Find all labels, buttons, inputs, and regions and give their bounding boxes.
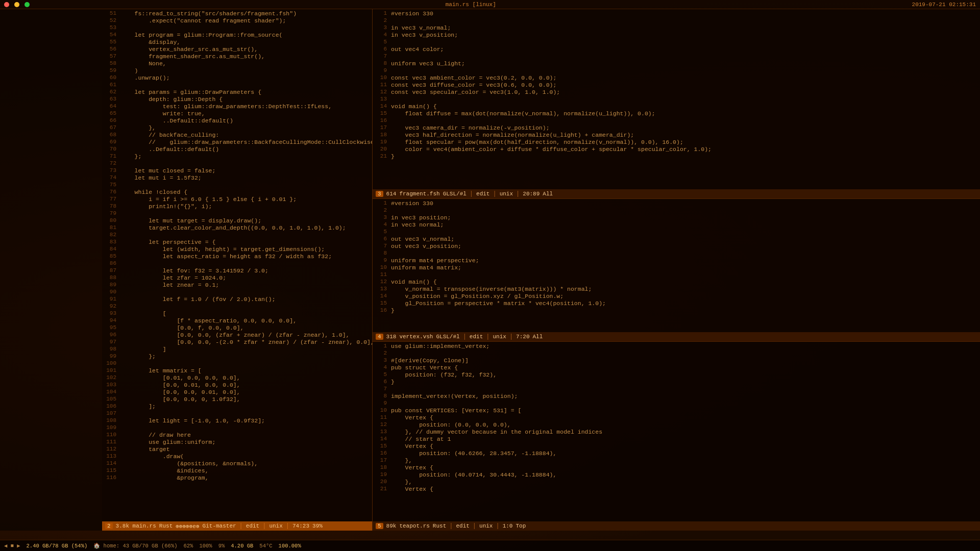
line-number: 2 [375, 17, 391, 23]
code-line: 55 &display, [102, 39, 372, 46]
line-number: 1 [375, 200, 391, 206]
line-content: [0.0, f, 0.0, 0.0], [120, 324, 244, 331]
fragment-fsh-code[interactable]: 1#version 33023in vec3 v_normal;4in vec3… [373, 9, 980, 189]
line-content: let mut closed = false; [120, 167, 215, 174]
minimize-dot[interactable] [14, 2, 19, 7]
right-pane: 1#version 33023in vec3 v_normal;4in vec3… [373, 9, 980, 531]
line-number: 55 [104, 39, 120, 45]
line-content: in vec3 v_position; [391, 32, 458, 38]
memory-other: 4.20 GB [231, 543, 253, 549]
media-controls[interactable]: ◀ ■ ▶ [4, 542, 20, 549]
line-number: 86 [104, 260, 120, 266]
rt-format: unix [500, 191, 513, 197]
code-line: 9uniform mat4 perspective; [373, 257, 980, 264]
line-content: uniform mat4 perspective; [391, 257, 479, 264]
line-content: // draw here [120, 432, 191, 438]
code-line: 4pub struct Vertex { [373, 364, 980, 371]
code-line: 89 let znear = 0.1; [102, 282, 372, 289]
line-number: 6 [375, 46, 391, 52]
teapot-rs-code[interactable]: 1use glium::implement_vertex;23#[derive(… [373, 342, 980, 522]
code-line: 6} [373, 379, 980, 386]
line-number: 10 [375, 74, 391, 81]
line-number: 112 [104, 446, 120, 452]
right-mid-vertex: 1#version 33023in vec3 position;4in vec3… [373, 199, 980, 342]
line-number: 82 [104, 232, 120, 238]
line-content: } [391, 153, 395, 160]
main-rs-code[interactable]: 51 fs::read_to_string("src/shaders/fragm… [102, 9, 372, 521]
code-line: 9 [373, 400, 980, 407]
rm-filename: vertex.vsh [399, 334, 433, 340]
line-number: 8 [375, 250, 391, 256]
vertex-vsh-code[interactable]: 1#version 33023in vec3 position;4in vec3… [373, 199, 980, 332]
code-line: 94 [f * aspect_ratio, 0.0, 0.0, 0.0], [102, 317, 372, 324]
line-number: 109 [104, 424, 120, 431]
line-number: 9 [375, 400, 391, 406]
line-number: 101 [104, 367, 120, 373]
code-line: 85 let aspect_ratio = height as f32 / wi… [102, 253, 372, 260]
code-line: 76 while !closed { [102, 189, 372, 196]
line-number: 95 [104, 324, 120, 331]
line-number: 106 [104, 403, 120, 409]
code-line: 92 [102, 303, 372, 310]
window-title: main.rs [linux] [446, 2, 496, 8]
code-line: 8uniform vec3 u_light; [373, 60, 980, 67]
line-content: uniform mat4 matrix; [391, 264, 461, 271]
line-number: 94 [104, 317, 120, 323]
code-line: 58 None, [102, 60, 372, 67]
line-number: 16 [375, 117, 391, 123]
close-dot[interactable] [4, 2, 9, 7]
line-number: 96 [104, 332, 120, 338]
code-line: 91 let f = 1.0 / (fov / 2.0).tan(); [102, 296, 372, 303]
line-content: depth: glium::Depth { [120, 96, 223, 103]
line-number: 69 [104, 139, 120, 145]
line-number: 2 [375, 207, 391, 213]
line-content: vec3 camera_dir = normalize(-v_position)… [391, 124, 550, 131]
code-line: 7out vec3 v_position; [373, 243, 980, 250]
maximize-dot[interactable] [24, 2, 30, 7]
line-content: let perspective = { [120, 239, 215, 245]
line-number: 65 [104, 110, 120, 116]
code-line: 11const vec3 diffuse_color = vec3(0.6, 0… [373, 82, 980, 89]
line-content: ] [120, 346, 166, 353]
line-number: 12 [375, 89, 391, 95]
code-line: 54 let program = glium::Program::from_so… [102, 32, 372, 39]
line-content: in vec3 v_normal; [391, 24, 451, 31]
code-line: 12 position: (0.0, 0.0, 0.0), [373, 421, 980, 429]
window-controls[interactable] [4, 2, 30, 7]
rt-mode: edit [476, 191, 489, 197]
line-number: 2 [375, 350, 391, 356]
line-content: }, // dummy vector because in the origin… [391, 429, 602, 435]
line-content: .expect("cannot read fragment shader"); [120, 17, 286, 24]
line-content: target [120, 446, 170, 453]
line-number: 66 [104, 117, 120, 123]
code-line: 111 use glium::uniform; [102, 439, 372, 446]
line-content: use glium::implement_vertex; [391, 343, 489, 349]
line-number: 57 [104, 53, 120, 59]
line-content: out vec4 color; [391, 46, 444, 53]
line-number: 114 [104, 460, 120, 466]
line-content: }; [120, 153, 141, 160]
code-line: 2 [373, 17, 980, 24]
code-line: 15 Vertex { [373, 443, 980, 450]
code-line: 60 .unwrap(); [102, 74, 372, 82]
line-number: 70 [104, 146, 120, 152]
line-number: 5 [375, 229, 391, 235]
rt-lang: GLSL/#l [443, 191, 467, 197]
code-line: 68 // backface_culling: [102, 132, 372, 139]
line-number: 15 [375, 110, 391, 116]
line-number: 15 [375, 300, 391, 306]
line-content: let params = glium::DrawParameters { [120, 89, 261, 95]
line-content: let zfar = 1024.0; [120, 274, 226, 281]
code-line: 19 position: (40.0714, 30.4443, -1.18884… [373, 471, 980, 479]
line-content: Vertex { [391, 443, 433, 449]
rm-format: unix [493, 334, 506, 340]
line-content: let light = [-1.0, 1.0, -0.9f32]; [120, 417, 265, 424]
line-number: 76 [104, 189, 120, 195]
line-content: Vertex { [391, 414, 433, 421]
line-number: 75 [104, 182, 120, 188]
code-line: 114 (&positions, &normals), [102, 460, 372, 467]
rt-pos: 20:89 [523, 191, 540, 197]
rm-lang: GLSL/#l [436, 334, 459, 340]
code-line: 16 position: (40.6266, 28.3457, -1.18884… [373, 450, 980, 457]
code-line: 10uniform mat4 matrix; [373, 264, 980, 271]
